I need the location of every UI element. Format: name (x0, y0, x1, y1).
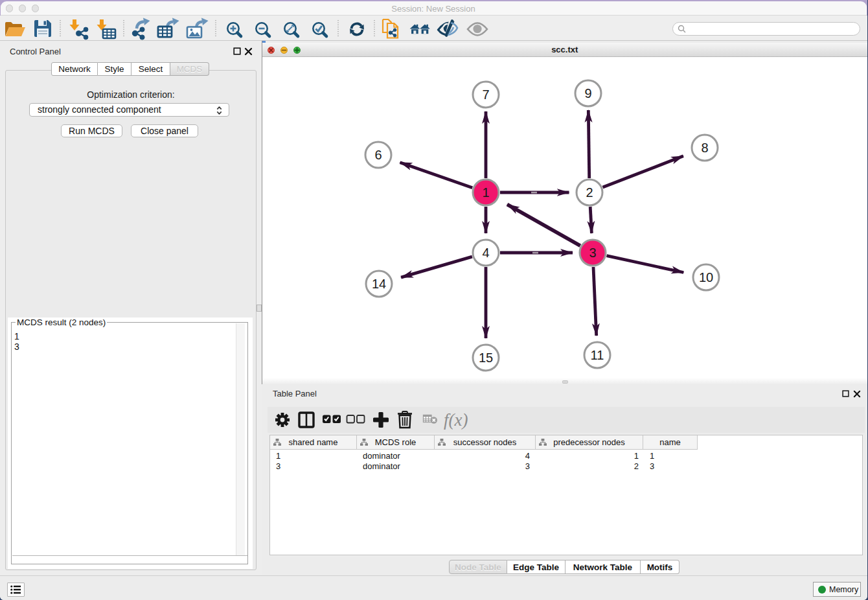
svg-text:f(x): f(x) (444, 410, 468, 430)
svg-text:2: 2 (586, 185, 593, 200)
svg-text:7: 7 (482, 87, 489, 102)
svg-text:10: 10 (699, 270, 713, 284)
svg-text:4: 4 (482, 246, 489, 260)
svg-text:1: 1 (482, 185, 489, 200)
svg-text:6: 6 (374, 148, 382, 162)
svg-text:8: 8 (701, 141, 708, 155)
svg-text:9: 9 (584, 86, 591, 100)
svg-text:14: 14 (372, 277, 386, 291)
svg-text:15: 15 (479, 351, 493, 365)
svg-text:3: 3 (589, 246, 596, 260)
svg-text:11: 11 (591, 348, 604, 362)
